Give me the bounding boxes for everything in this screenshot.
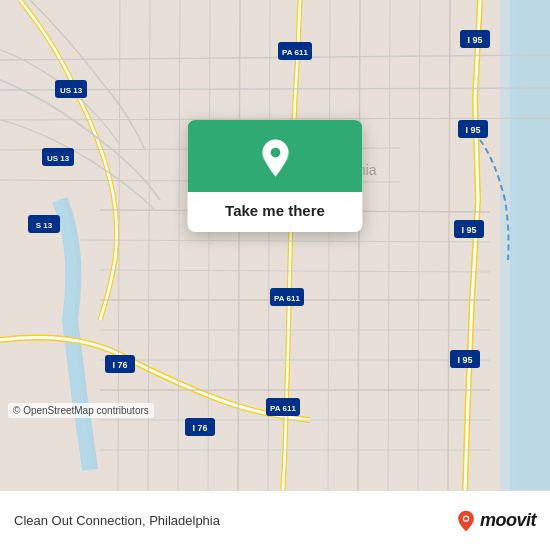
svg-text:I 76: I 76 [192,423,207,433]
svg-point-57 [270,148,280,158]
svg-text:I 95: I 95 [467,35,482,45]
svg-text:I 95: I 95 [461,225,476,235]
svg-text:I 95: I 95 [465,125,480,135]
svg-text:PA 611: PA 611 [282,48,308,57]
popup-label-area[interactable]: Take me there [188,192,363,232]
moovit-brand-text: moovit [480,510,536,531]
moovit-pin-icon [455,510,477,532]
location-text: Clean Out Connection, Philadelphia [14,513,220,528]
svg-text:S 13: S 13 [36,221,53,230]
popup-card: Take me there [188,120,363,232]
bottom-bar: Clean Out Connection, Philadelphia moovi… [0,490,550,550]
svg-text:I 76: I 76 [112,360,127,370]
svg-text:US 13: US 13 [60,86,83,95]
popup-green-header [188,120,363,192]
svg-text:PA 611: PA 611 [270,404,296,413]
map-container: I 95 I 95 I 95 I 95 PA 611 PA 611 PA 611… [0,0,550,490]
svg-point-59 [464,516,468,520]
copyright-text: © OpenStreetMap contributors [8,403,154,418]
take-me-there-button[interactable]: Take me there [225,202,325,219]
svg-rect-1 [510,0,550,490]
svg-text:PA 611: PA 611 [274,294,300,303]
location-pin-icon [254,138,296,180]
svg-text:I 95: I 95 [457,355,472,365]
svg-rect-2 [500,0,515,490]
svg-text:US 13: US 13 [47,154,70,163]
moovit-logo: moovit [455,510,536,532]
